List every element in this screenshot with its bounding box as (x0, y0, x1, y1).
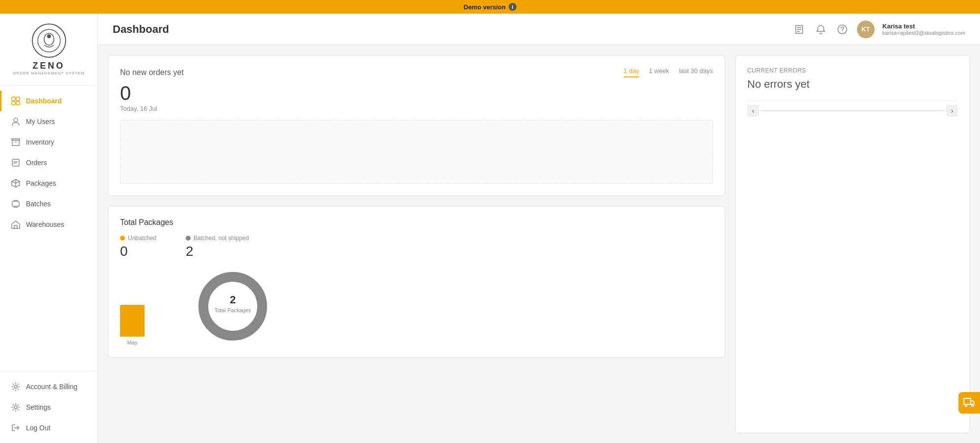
account-billing-label: Account & Billing (26, 383, 77, 391)
demo-banner: Demo version i (0, 0, 980, 14)
logo-subtitle: ORDER MANAGEMENT SYSTEM (10, 71, 88, 75)
unbatched-dot (120, 236, 125, 241)
nav-items: Dashboard My Users (0, 86, 98, 371)
sidebar-item-dashboard[interactable]: Dashboard (0, 91, 98, 111)
orders-title: No new orders yet (120, 68, 184, 77)
errors-card: Current Errors No errors yet ‹ › (735, 55, 970, 433)
svg-rect-10 (14, 225, 17, 228)
batches-label: Batches (26, 200, 51, 208)
batched-value: 2 (186, 244, 249, 259)
svg-point-12 (14, 406, 17, 409)
packages-stats: Unbatched 0 Batched, not shipped 2 (120, 235, 713, 259)
main-column: No new orders yet 1 day 1 week last 30 d… (108, 55, 725, 433)
svg-rect-4 (16, 97, 20, 100)
svg-point-14 (842, 31, 843, 32)
sidebar-item-my-users[interactable]: My Users (0, 111, 98, 132)
svg-point-11 (14, 385, 17, 388)
batches-icon (11, 199, 20, 208)
settings-label: Settings (26, 403, 51, 411)
content: No new orders yet 1 day 1 week last 30 d… (98, 45, 980, 443)
donut-chart: 2 Total Packages (194, 267, 272, 345)
packages-bottom: May 2 (120, 267, 713, 345)
bar-may-label: May (127, 340, 138, 345)
question-icon[interactable] (835, 23, 849, 36)
demo-banner-text: Demo version (464, 3, 506, 11)
errors-next-btn[interactable]: › (946, 105, 958, 117)
dashboard-icon (11, 97, 20, 105)
stat-batched-legend: Batched, not shipped (186, 235, 249, 242)
my-users-label: My Users (26, 118, 55, 125)
inventory-label: Inventory (26, 138, 54, 146)
person-icon (11, 117, 20, 126)
warehouse-icon (11, 220, 20, 229)
svg-rect-8 (12, 159, 19, 166)
svg-text:2: 2 (230, 294, 236, 306)
bar-chart-area: May (120, 297, 145, 345)
orders-count: 0 (120, 83, 713, 103)
orders-card: No new orders yet 1 day 1 week last 30 d… (108, 55, 725, 196)
bar-chart (120, 297, 145, 337)
logout-icon (11, 423, 20, 432)
stat-unbatched-legend: Unbatched (120, 235, 156, 242)
user-info: Karisa test karisa+apitest2@stoalogistic… (882, 23, 965, 36)
stat-unbatched: Unbatched 0 (120, 235, 156, 259)
batched-label: Batched, not shipped (194, 235, 249, 242)
package-icon (11, 179, 20, 188)
unbatched-label: Unbatched (128, 235, 156, 242)
sidebar-item-warehouses[interactable]: Warehouses (0, 214, 98, 235)
svg-point-0 (38, 29, 60, 52)
page-title: Dashboard (113, 23, 169, 36)
donut-container: 2 Total Packages (194, 267, 272, 345)
svg-point-20 (965, 405, 967, 407)
sidebar-item-orders[interactable]: Orders (0, 152, 98, 173)
time-tab-30days[interactable]: last 30 days (679, 67, 713, 77)
svg-rect-9 (12, 201, 19, 206)
time-tabs: 1 day 1 week last 30 days (624, 67, 713, 77)
warehouses-label: Warehouses (26, 221, 64, 228)
orders-date: Today, 16 Jul (120, 105, 713, 112)
sidebar-item-settings[interactable]: Settings (0, 397, 98, 418)
dashboard-label: Dashboard (26, 97, 62, 105)
svg-point-7 (14, 118, 18, 122)
inventory-icon (11, 138, 20, 147)
time-tab-1day[interactable]: 1 day (624, 67, 639, 77)
sidebar-item-account-billing[interactable]: Account & Billing (0, 376, 98, 397)
demo-info-icon[interactable]: i (509, 3, 516, 11)
svg-point-17 (209, 283, 256, 330)
svg-point-21 (972, 405, 974, 407)
errors-nav-line (761, 110, 944, 111)
time-tab-1week[interactable]: 1 week (649, 67, 669, 77)
user-avatar[interactable]: KT (857, 21, 875, 38)
logo-area: ZENO ORDER MANAGEMENT SYSTEM (0, 14, 98, 86)
main-area: Dashboard (98, 14, 980, 443)
settings-icon (11, 403, 20, 412)
svg-text:Total Packages: Total Packages (215, 307, 251, 313)
user-name: Karisa test (882, 23, 965, 30)
sidebar-bottom: Account & Billing Settings (0, 371, 98, 443)
logo-icon (32, 24, 66, 58)
sidebar-item-packages[interactable]: Packages (0, 173, 98, 194)
sidebar: ZENO ORDER MANAGEMENT SYSTEM Dashboard (0, 14, 98, 443)
errors-prev-btn[interactable]: ‹ (747, 105, 759, 117)
sidebar-item-logout[interactable]: Log Out (0, 418, 98, 438)
svg-point-2 (47, 34, 51, 38)
header-actions: KT Karisa test karisa+apitest2@stoalogis… (792, 21, 965, 38)
logout-label: Log Out (26, 424, 50, 432)
orders-icon (11, 158, 20, 167)
orders-header: No new orders yet 1 day 1 week last 30 d… (120, 67, 713, 77)
packages-card: Total Packages Unbatched 0 (108, 206, 725, 358)
user-email: karisa+apitest2@stoalogistics.com (882, 30, 965, 36)
errors-title: No errors yet (747, 78, 958, 91)
sidebar-item-inventory[interactable]: Inventory (0, 132, 98, 152)
account-billing-icon (11, 382, 20, 391)
floating-truck-button[interactable] (958, 392, 980, 414)
side-column: Current Errors No errors yet ‹ › (735, 55, 970, 433)
errors-label: Current Errors (747, 67, 958, 74)
bell-icon[interactable] (814, 23, 828, 36)
bar-may (120, 305, 145, 337)
sidebar-item-batches[interactable]: Batches (0, 194, 98, 214)
packages-label: Packages (26, 179, 56, 187)
book-icon[interactable] (792, 23, 806, 36)
header: Dashboard (98, 14, 980, 45)
packages-title: Total Packages (120, 218, 713, 227)
